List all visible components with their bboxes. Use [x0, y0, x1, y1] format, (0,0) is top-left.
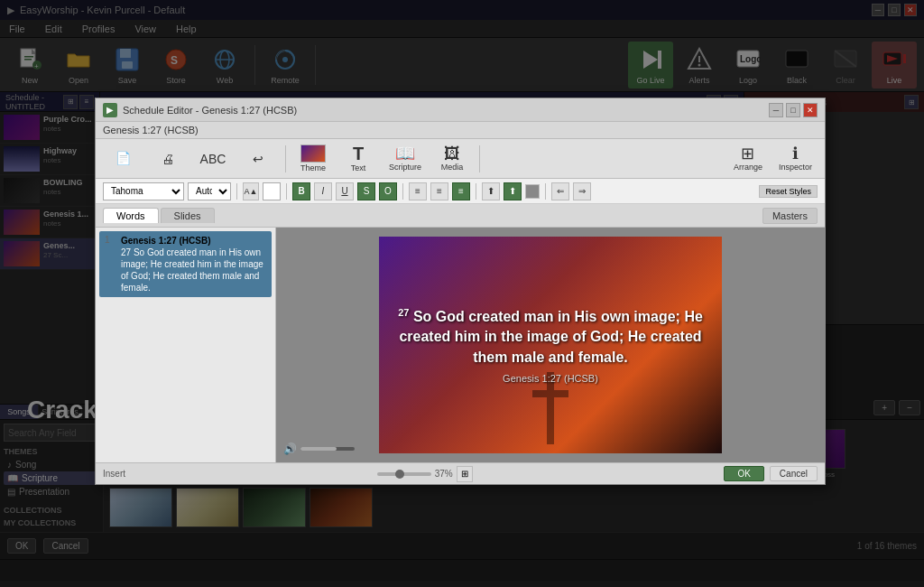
align-left-btn[interactable]: ≡: [409, 182, 427, 200]
modal-insert-bar: Insert 37% ⊞ OK Cancel: [96, 462, 825, 484]
volume-bar[interactable]: [300, 447, 355, 451]
fontsize-select[interactable]: Auto: [188, 182, 231, 200]
fmt-sep4: [476, 183, 476, 200]
scripture-tool-btn[interactable]: 📖 Scripture: [383, 143, 427, 175]
ok-cancel-area: OK Cancel: [724, 466, 818, 481]
modal-tb-back1[interactable]: 📄: [103, 143, 143, 175]
masters-btn[interactable]: Masters: [762, 208, 818, 224]
volume-control[interactable]: 🔊: [283, 443, 780, 455]
media-icon: 🖼: [444, 145, 460, 162]
zoom-fit-btn[interactable]: ⊞: [457, 466, 473, 482]
modal-title-icon: ▶: [103, 103, 117, 117]
text-icon: T: [353, 144, 364, 163]
font-increase-btn[interactable]: A▲: [243, 182, 259, 200]
italic-btn[interactable]: I: [314, 182, 332, 200]
slides-tab[interactable]: Slides: [161, 208, 215, 223]
zoom-slider[interactable]: [377, 472, 431, 476]
slide-num-0: 1: [105, 235, 116, 245]
preview-text-area: 27 So God created man in His own image; …: [379, 297, 722, 394]
align-center-btn[interactable]: ≡: [430, 182, 448, 200]
underline-btn[interactable]: U: [336, 182, 354, 200]
theme-tool-btn[interactable]: Theme: [293, 143, 333, 175]
bold-btn[interactable]: B: [292, 182, 310, 200]
modal-tb-icon1: 📄: [116, 151, 131, 165]
ok-button[interactable]: OK: [724, 466, 763, 481]
outline-btn[interactable]: O: [379, 182, 397, 200]
modal-subheader-text: Genesis 1:27 (HCSB): [103, 125, 199, 135]
fmt-sep1: [236, 183, 237, 200]
scripture-icon: 📖: [395, 145, 415, 162]
modal-slide-list: 1 Genesis 1:27 (HCSB) 27 So God created …: [96, 228, 276, 462]
modal-overlay: ▶ Schedule Editor - Genesis 1:27 (HCSB) …: [0, 0, 924, 587]
valign-top-btn[interactable]: ⬆: [482, 182, 500, 200]
valign-mid-btn[interactable]: ⬆: [504, 182, 522, 200]
insert-label: Insert: [103, 469, 125, 479]
preview-verse-text: 27 So God created man in His own image; …: [397, 306, 704, 368]
color2-btn[interactable]: [525, 184, 540, 199]
shadow-btn[interactable]: S: [357, 182, 375, 200]
reset-styles-btn[interactable]: Reset Styles: [759, 185, 818, 198]
schedule-editor-modal: ▶ Schedule Editor - Genesis 1:27 (HCSB) …: [95, 98, 826, 485]
modal-tb-icon2: 🖨: [162, 152, 174, 166]
modal-tb-icon3: ABC: [200, 152, 226, 166]
slide-title-0: Genesis 1:27 (HCSB): [121, 236, 210, 246]
volume-fill: [300, 447, 337, 451]
font-select[interactable]: Tahoma: [103, 182, 184, 200]
fmt-sep3: [402, 183, 403, 200]
modal-body: 1 Genesis 1:27 (HCSB) 27 So God created …: [96, 228, 825, 462]
inspector-label: Inspector: [779, 163, 812, 172]
arrange-icon: ⊞: [741, 145, 754, 162]
align-right-btn[interactable]: ≡: [452, 182, 470, 200]
modal-format-bar: Tahoma Auto A▲ B I U S O ≡ ≡ ≡ ⬆ ⬆ ⇐ ⇒: [96, 179, 825, 204]
fmt-sep5: [545, 183, 546, 200]
volume-icon: 🔊: [283, 443, 297, 455]
text-tool-btn[interactable]: T Text: [338, 143, 378, 175]
slide-text-0: Genesis 1:27 (HCSB) 27 So God created ma…: [121, 235, 266, 294]
scripture-label: Scripture: [389, 163, 421, 172]
zoom-handle[interactable]: [395, 470, 404, 479]
font-color-btn[interactable]: [263, 182, 281, 200]
arrange-label: Arrange: [734, 163, 762, 172]
preview-slide: 27 So God created man in His own image; …: [379, 237, 722, 453]
slide-item-0[interactable]: 1 Genesis 1:27 (HCSB) 27 So God created …: [99, 231, 272, 297]
inspector-tool-btn[interactable]: ℹ Inspector: [773, 143, 818, 175]
modal-minimize-btn[interactable]: ─: [769, 103, 783, 117]
inspector-icon: ℹ: [792, 145, 799, 162]
preview-reference: Genesis 1:27 (HCSB): [397, 373, 704, 384]
media-tool-btn[interactable]: 🖼 Media: [432, 143, 472, 175]
modal-title: Schedule Editor - Genesis 1:27 (HCSB): [123, 105, 769, 116]
preview-main-text: So God created man in His own image; He …: [399, 309, 702, 365]
modal-tb-sep1: [285, 145, 286, 172]
modal-maximize-btn[interactable]: □: [786, 103, 800, 117]
cancel-button[interactable]: Cancel: [770, 466, 818, 481]
theme-label: Theme: [300, 163, 326, 172]
undo-icon: ↩: [253, 152, 263, 166]
theme-icon: [300, 144, 326, 163]
modal-tb-sep2: [479, 145, 480, 172]
modal-tb-back3[interactable]: ABC: [193, 143, 233, 175]
zoom-control: 37% ⊞: [377, 466, 473, 482]
text-label: Text: [351, 163, 366, 172]
media-label: Media: [441, 163, 464, 172]
modal-preview-area: 27 So God created man in His own image; …: [276, 228, 825, 462]
modal-subheader: Genesis 1:27 (HCSB): [96, 122, 825, 139]
modal-tabs: Words Slides Masters: [96, 204, 825, 228]
modal-tb-undo[interactable]: ↩: [238, 143, 278, 175]
indent-dec-btn[interactable]: ⇐: [551, 182, 569, 200]
modal-controls: ─ □ ✕: [769, 103, 818, 117]
modal-close-btn[interactable]: ✕: [803, 103, 818, 117]
modal-titlebar: ▶ Schedule Editor - Genesis 1:27 (HCSB) …: [96, 98, 825, 122]
words-tab[interactable]: Words: [103, 208, 159, 223]
arrange-tool-btn[interactable]: ⊞ Arrange: [728, 143, 768, 175]
indent-inc-btn[interactable]: ⇒: [573, 182, 591, 200]
modal-tb-back2[interactable]: 🖨: [148, 143, 188, 175]
fmt-sep2: [286, 183, 287, 200]
zoom-label: 37%: [435, 469, 453, 479]
slide-body-0: 27 So God created man in His own image; …: [121, 247, 263, 293]
modal-toolbar: 📄 🖨 ABC ↩ Theme T Text 📖: [96, 139, 825, 179]
preview-superscript: 27: [398, 307, 409, 318]
